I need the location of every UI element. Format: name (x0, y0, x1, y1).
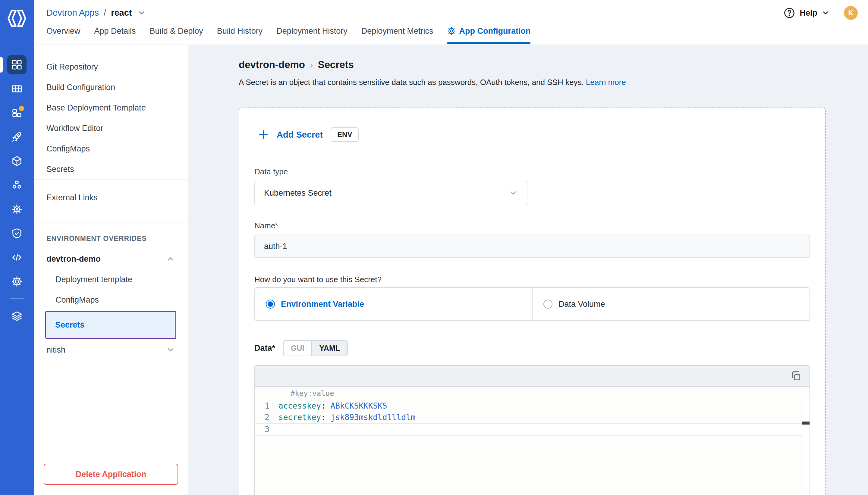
delete-application-button[interactable]: Delete Application (44, 464, 178, 485)
env-group-devtron-demo[interactable]: devtron-demo (34, 249, 188, 269)
chevron-up-icon (166, 254, 175, 263)
sidenav-item-secrets[interactable]: Secrets (34, 159, 188, 180)
toggle-gui[interactable]: GUI (284, 341, 311, 356)
global-sidebar-rail (0, 0, 34, 495)
usage-radio-group: Environment Variable Data Volume (255, 287, 810, 321)
editor-scrollbar[interactable] (802, 400, 809, 495)
apps-grid-icon (11, 59, 23, 71)
env-child-configmaps[interactable]: ConfigMaps (34, 290, 188, 310)
cube-icon (11, 155, 23, 167)
sidenav-item-base-deployment-template[interactable]: Base Deployment Template (34, 98, 188, 118)
plus-icon[interactable] (258, 129, 269, 140)
jobs-table-icon (11, 83, 23, 95)
rail-item-applications[interactable] (7, 55, 27, 74)
code-line-2: 2 secretkey:jsk893mskdldllldlm (255, 412, 809, 423)
rail-item-security[interactable] (7, 224, 27, 243)
rail-divider (10, 298, 23, 299)
page-title-page: Secrets (318, 59, 354, 70)
secret-name-input[interactable]: auth-1 (255, 235, 810, 258)
env-child-secrets-selected[interactable]: Secrets (45, 311, 176, 339)
toggle-yaml[interactable]: YAML (311, 341, 347, 356)
breadcrumb-separator: / (104, 8, 106, 18)
gear-icon (447, 27, 456, 36)
rail-item-clusters[interactable] (7, 200, 27, 219)
data-mode-row: Data* GUI YAML (255, 340, 810, 356)
help-chevron-icon (822, 9, 830, 17)
hexagons-icon (11, 179, 23, 191)
rocket-icon (11, 131, 23, 143)
gui-yaml-toggle: GUI YAML (283, 340, 348, 356)
radio-label: Data Volume (558, 300, 605, 309)
app-switcher-chevron-icon[interactable] (137, 9, 146, 17)
notification-dot (19, 106, 24, 111)
rail-item-code[interactable] (7, 248, 27, 267)
tab-deployment-metrics[interactable]: Deployment Metrics (361, 18, 433, 44)
rail-item-chart-store[interactable] (7, 151, 27, 171)
description-text: A Secret is an object that contains sens… (239, 78, 584, 87)
yaml-key: accesskey (278, 400, 321, 412)
page-title: devtron-demo › Secrets (239, 59, 868, 70)
radio-environment-variable[interactable]: Environment Variable (255, 288, 533, 320)
sidenav-item-build-configuration[interactable]: Build Configuration (34, 77, 188, 98)
helm-wheel-icon (11, 203, 23, 215)
line-number: 2 (255, 412, 278, 423)
copy-icon[interactable] (789, 369, 803, 383)
tab-label: App Configuration (459, 27, 530, 36)
yaml-value: ABkCKSKKKSKS (331, 400, 387, 412)
scrollbar-thumb[interactable] (802, 422, 809, 425)
env-group-label: nitish (46, 345, 65, 355)
radio-label: Environment Variable (281, 300, 364, 309)
data-type-select[interactable]: Kubernetes Secret (255, 181, 527, 205)
add-secret-row: Add Secret ENV (258, 127, 810, 142)
rail-item-application-groups[interactable] (7, 103, 27, 122)
editor-body[interactable]: #key:value 1 accesskey:ABkCKSKKKSKS 2 se… (255, 387, 809, 436)
active-rail-indicator (0, 57, 3, 72)
rail-item-stack-manager[interactable] (7, 306, 27, 325)
yaml-editor[interactable]: #key:value 1 accesskey:ABkCKSKKKSKS 2 se… (255, 365, 810, 495)
devtron-logo[interactable] (6, 5, 28, 31)
page-description: A Secret is an object that contains sens… (239, 78, 868, 87)
tab-overview[interactable]: Overview (46, 18, 80, 44)
yaml-colon: : (321, 400, 326, 412)
sidenav-item-external-links[interactable]: External Links (34, 187, 188, 208)
secret-name-value: auth-1 (264, 242, 287, 251)
data-label: Data* (255, 344, 275, 353)
breadcrumb-chevron: › (310, 59, 313, 70)
help-button[interactable]: Help (800, 8, 817, 18)
line-number: 3 (255, 424, 278, 435)
tab-build-history[interactable]: Build History (217, 18, 263, 44)
main-content: devtron-demo › Secrets A Secret is an ob… (189, 45, 868, 495)
rail-item-jobs[interactable] (7, 79, 27, 99)
usage-question-label: How do you want to use this Secret? (255, 275, 810, 284)
tab-app-details[interactable]: App Details (94, 18, 136, 44)
breadcrumb-app-name: react (111, 8, 132, 18)
radio-data-volume[interactable]: Data Volume (533, 288, 809, 320)
tab-label: App Details (94, 27, 136, 36)
sidenav-divider (34, 180, 188, 180)
environment-overrides-header: ENVIRONMENT OVERRIDES (34, 228, 188, 249)
tab-app-configuration[interactable]: App Configuration (447, 18, 530, 44)
rail-item-helm-apps[interactable] (7, 175, 27, 195)
sidenav-item-configmaps[interactable]: ConfigMaps (34, 138, 188, 159)
rail-item-global-config[interactable] (7, 272, 27, 291)
tab-deployment-history[interactable]: Deployment History (276, 18, 347, 44)
code-icon (11, 252, 23, 263)
learn-more-link[interactable]: Learn more (586, 78, 626, 87)
top-header: Devtron Apps / react Help K Overview App… (34, 0, 868, 45)
editor-toolbar (255, 366, 809, 387)
header-actions: Help K (783, 6, 858, 20)
selected-item-label: Secrets (55, 320, 85, 330)
name-label: Name* (255, 221, 810, 231)
env-group-nitish[interactable]: nitish (34, 341, 188, 359)
sidenav-item-git-repository[interactable]: Git Repository (34, 57, 188, 77)
tab-build-deploy[interactable]: Build & Deploy (150, 18, 203, 44)
yaml-value: jsk893mskdldllldlm (331, 412, 415, 423)
env-child-deployment-template[interactable]: Deployment template (34, 269, 188, 290)
code-line-1: 1 accesskey:ABkCKSKKKSKS (255, 400, 809, 412)
breadcrumb-app-group[interactable]: Devtron Apps (46, 8, 99, 18)
rail-item-build-deploy[interactable] (7, 127, 27, 147)
line-number: 1 (255, 400, 278, 412)
sidenav-item-workflow-editor[interactable]: Workflow Editor (34, 118, 188, 138)
user-avatar[interactable]: K (844, 6, 858, 20)
add-secret-button[interactable]: Add Secret (277, 130, 323, 140)
